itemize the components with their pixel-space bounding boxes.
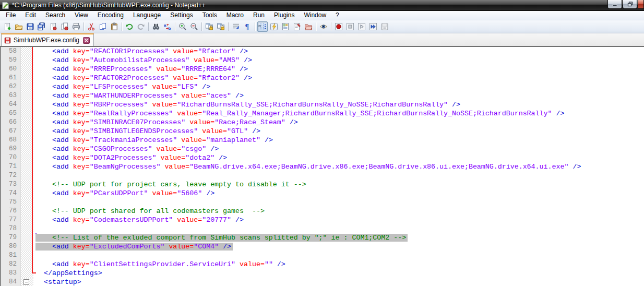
new-file-button[interactable] bbox=[2, 21, 13, 32]
line-number[interactable]: 69 bbox=[1, 145, 21, 153]
code-text[interactable]: <add key="PCarsUDPPort" value="5606" /> bbox=[33, 189, 644, 198]
line-number[interactable]: 63 bbox=[1, 91, 21, 100]
tab-simhubwpf-exe-config[interactable]: SimHubWPF.exe.config bbox=[1, 33, 94, 46]
sync-vertical-scrolling-button[interactable] bbox=[204, 21, 214, 32]
menu-item-window[interactable]: Window bbox=[299, 11, 331, 20]
menu-item-file[interactable]: File bbox=[1, 11, 20, 20]
line-number[interactable]: 62 bbox=[1, 82, 21, 91]
line-number[interactable]: 76 bbox=[1, 207, 21, 216]
menu-item-macro[interactable]: Macro bbox=[222, 11, 248, 20]
macro-playback-button[interactable] bbox=[356, 21, 367, 32]
restore-button[interactable] bbox=[623, 0, 637, 9]
minimize-button[interactable] bbox=[607, 0, 622, 9]
line-number[interactable]: 58 bbox=[1, 47, 21, 56]
code-text[interactable] bbox=[33, 171, 644, 180]
save-button[interactable] bbox=[25, 21, 35, 32]
code-text[interactable]: <startup> bbox=[33, 278, 644, 286]
code-text[interactable]: <add key="BeamNgProcesses" value="BeamNG… bbox=[33, 162, 644, 171]
document-list-button[interactable] bbox=[292, 21, 302, 32]
line-number[interactable]: 84 bbox=[1, 278, 21, 286]
find-button[interactable] bbox=[151, 21, 161, 32]
zoom-out-button[interactable] bbox=[189, 21, 199, 32]
show-indent-guide-button[interactable] bbox=[257, 21, 268, 32]
line-number[interactable]: 64 bbox=[1, 100, 21, 109]
zoom-in-button[interactable] bbox=[177, 21, 188, 32]
show-all-characters-button[interactable]: ¶ bbox=[242, 21, 253, 32]
folder-as-workspace-button[interactable] bbox=[303, 21, 314, 32]
line-number[interactable]: 65 bbox=[1, 109, 21, 118]
code-text[interactable]: <add key="SIMBINRACE07Processes" value="… bbox=[33, 118, 644, 127]
line-number[interactable]: 60 bbox=[1, 65, 21, 74]
menu-item-view[interactable]: View bbox=[70, 11, 93, 20]
line-number[interactable]: 80 bbox=[1, 242, 21, 251]
menu-item-edit[interactable]: Edit bbox=[20, 11, 41, 20]
cut-button[interactable] bbox=[86, 21, 97, 32]
code-text[interactable]: <add key="CSGOProcesses" value="csgo" /> bbox=[33, 145, 644, 153]
code-text[interactable]: <add key="ExcludedComPorts" value="COM4"… bbox=[33, 242, 644, 251]
undo-button[interactable] bbox=[124, 21, 135, 32]
open-file-button[interactable] bbox=[14, 21, 24, 32]
code-text[interactable]: <add key="RFACTOR2Processes" value="Rfac… bbox=[33, 74, 644, 82]
code-text[interactable]: <add key="SIMBINGTLEGENDSProcesses" valu… bbox=[33, 127, 644, 136]
line-number[interactable]: 73 bbox=[1, 180, 21, 189]
macro-record-button[interactable] bbox=[333, 21, 344, 32]
close-button[interactable] bbox=[48, 21, 58, 32]
code-editor[interactable]: 58 <add key="RFACTOR1Processes" value="R… bbox=[0, 47, 644, 286]
code-text[interactable] bbox=[33, 224, 644, 233]
menu-item-help[interactable]: ? bbox=[331, 11, 344, 20]
line-number[interactable]: 61 bbox=[1, 74, 21, 82]
code-text[interactable]: <add key="CodemastersUDPPort" value="207… bbox=[33, 216, 644, 224]
line-number[interactable]: 79 bbox=[1, 233, 21, 242]
word-wrap-button[interactable] bbox=[231, 21, 241, 32]
line-number[interactable]: 78 bbox=[1, 224, 21, 233]
code-text[interactable]: <!-- UDP port for project cars, leave em… bbox=[33, 180, 644, 189]
code-text[interactable]: </appSettings> bbox=[33, 269, 644, 278]
code-text[interactable]: <!-- List of the exluded comport from Si… bbox=[33, 233, 644, 242]
line-number[interactable]: 77 bbox=[1, 216, 21, 224]
line-number[interactable]: 67 bbox=[1, 127, 21, 136]
paste-button[interactable] bbox=[109, 21, 120, 32]
print-button[interactable] bbox=[71, 21, 81, 32]
menu-item-run[interactable]: Run bbox=[248, 11, 269, 20]
code-text[interactable] bbox=[33, 198, 644, 207]
copy-button[interactable] bbox=[98, 21, 108, 32]
code-text[interactable]: <add key="RBRProcesses" value="RichardBu… bbox=[33, 100, 644, 109]
code-text[interactable]: <add key="RealRallyProcesses" value="Rea… bbox=[33, 109, 644, 118]
line-number[interactable]: 70 bbox=[1, 153, 21, 162]
sync-horizontal-scrolling-button[interactable] bbox=[216, 21, 226, 32]
close-all-button[interactable] bbox=[59, 21, 70, 32]
menu-item-tools[interactable]: Tools bbox=[198, 11, 222, 20]
line-number[interactable]: 82 bbox=[1, 260, 21, 269]
line-number[interactable]: 74 bbox=[1, 189, 21, 198]
code-text[interactable]: <add key="ClientSettingsProvider.Service… bbox=[33, 260, 644, 269]
line-number[interactable]: 83 bbox=[1, 269, 21, 278]
line-number[interactable]: 68 bbox=[1, 136, 21, 145]
close-button[interactable] bbox=[638, 0, 644, 9]
function-list-button[interactable] bbox=[269, 21, 279, 32]
document-map-button[interactable] bbox=[280, 21, 291, 32]
line-number[interactable]: 71 bbox=[1, 162, 21, 171]
menu-item-plugins[interactable]: Plugins bbox=[269, 11, 299, 20]
macro-save-button[interactable] bbox=[379, 21, 390, 32]
code-text[interactable]: <add key="WARTHUNDERProcesses" value="ac… bbox=[33, 91, 644, 100]
code-text[interactable] bbox=[33, 251, 644, 260]
code-text[interactable]: <add key="AutomobilistaProcesses" value=… bbox=[33, 56, 644, 65]
code-text[interactable]: <add key="TrackmaniaProcesses" value="ma… bbox=[33, 136, 644, 145]
code-text[interactable]: <!-- UDP port shared for all codemasters… bbox=[33, 207, 644, 216]
line-number[interactable]: 66 bbox=[1, 118, 21, 127]
line-number[interactable]: 81 bbox=[1, 251, 21, 260]
code-text[interactable]: <add key="RFACTOR1Processes" value="Rfac… bbox=[33, 47, 644, 56]
menu-item-encoding[interactable]: Encoding bbox=[93, 11, 128, 20]
code-text[interactable]: <add key="DOTA2Processes" value="dota2" … bbox=[33, 153, 644, 162]
replace-button[interactable]: ab bbox=[162, 21, 173, 32]
line-number[interactable]: 75 bbox=[1, 198, 21, 207]
menu-item-language[interactable]: Language bbox=[128, 11, 165, 20]
fold-margin[interactable] bbox=[21, 278, 33, 286]
menu-item-settings[interactable]: Settings bbox=[165, 11, 197, 20]
monitoring-button[interactable] bbox=[318, 21, 329, 32]
code-text[interactable]: <add key="RRREProcesses" value="RRRE;RRR… bbox=[33, 65, 644, 74]
code-text[interactable]: <add key="LFSProcesses" value="LFS" /> bbox=[33, 82, 644, 91]
tab-close-button[interactable] bbox=[83, 37, 90, 44]
redo-button[interactable] bbox=[136, 21, 146, 32]
menu-item-search[interactable]: Search bbox=[41, 11, 70, 20]
